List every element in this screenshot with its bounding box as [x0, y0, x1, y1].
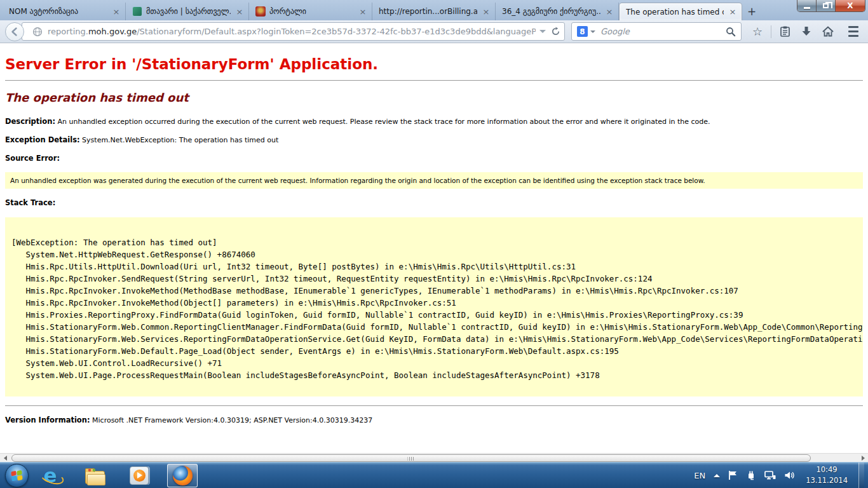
version-information-text: Microsoft .NET Framework Version:4.0.303… [92, 416, 372, 424]
internet-explorer-icon: e [43, 466, 57, 485]
search-icon[interactable] [726, 27, 736, 37]
scrollbar-grip [408, 457, 415, 461]
description-text: An unhandled exception occurred during t… [57, 118, 710, 126]
toolbar-buttons: ☆ [748, 22, 863, 41]
close-button[interactable]: X [836, 0, 865, 11]
restore-icon [823, 3, 829, 8]
tab-title: პორტალი [269, 7, 354, 16]
clock-date: 13.11.2014 [806, 476, 848, 485]
tab-close-icon[interactable]: × [358, 7, 368, 17]
reload-icon[interactable] [551, 27, 560, 36]
show-desktop-button[interactable] [858, 463, 864, 488]
tab-operation-timed-out[interactable]: The operation has timed out × [619, 3, 742, 20]
scroll-right-icon [862, 456, 865, 461]
shield-favicon-icon [132, 6, 142, 17]
downloads-button[interactable] [797, 22, 816, 41]
bookmark-star-button[interactable]: ☆ [748, 22, 767, 41]
google-engine-icon[interactable]: 8 [577, 26, 588, 37]
volume-button[interactable] [784, 470, 795, 480]
scroll-right-button[interactable] [858, 454, 868, 463]
home-button[interactable] [818, 22, 837, 41]
tab-portali[interactable]: პორტალი × [249, 3, 372, 20]
tab-close-icon[interactable]: × [481, 7, 491, 17]
menu-button[interactable] [844, 22, 863, 41]
close-icon: X [847, 1, 853, 10]
taskbar-clock[interactable]: 10:49 13.11.2014 [803, 464, 850, 485]
navigation-toolbar: reporting.moh.gov.ge/Stationaryform/Defa… [0, 20, 868, 43]
tab-title: მთავარი | საქართველ... [146, 7, 231, 16]
globe-icon [32, 27, 43, 37]
firefox-icon [173, 466, 193, 485]
power-plug-icon [746, 470, 756, 480]
minimize-button[interactable] [797, 0, 817, 11]
scrollbar-thumb[interactable] [11, 454, 811, 462]
tab-title: NOM ავტორიზაცია [9, 7, 107, 16]
scroll-left-button[interactable] [0, 454, 10, 463]
tab-nom-authorization[interactable]: NOM ავტორიზაცია × [3, 3, 126, 20]
tab-close-icon[interactable]: × [604, 7, 614, 17]
divider [5, 80, 863, 81]
asp-net-error-page: Server Error in '/StationaryForm' Applic… [0, 43, 868, 424]
tab-strip: NOM ავტორიზაცია × მთავარი | საქართველ...… [3, 3, 761, 20]
clipboard-icon [780, 26, 790, 37]
exception-details-text: System.Net.WebException: The operation h… [82, 136, 278, 144]
divider [5, 405, 863, 406]
browser-titlebar: NOM ავტორიზაცია × მთავარი | საქართველ...… [0, 0, 868, 20]
language-indicator[interactable]: EN [694, 471, 705, 480]
exception-details-row: Exception Details: System.Net.WebExcepti… [5, 135, 863, 144]
search-engine-dropdown-icon[interactable] [590, 30, 595, 33]
new-tab-button[interactable]: + [742, 3, 761, 20]
version-information-label: Version Information: [5, 416, 90, 424]
start-button[interactable] [5, 464, 29, 487]
browser-viewport: Server Error in '/StationaryForm' Applic… [0, 43, 868, 453]
clock-time: 10:49 [816, 465, 837, 474]
folder-icon [85, 471, 105, 484]
horizontal-scrollbar[interactable] [0, 453, 868, 462]
window-controls: X [797, 0, 865, 12]
source-error-label: Source Error: [5, 154, 60, 163]
url-dropdown-icon[interactable] [539, 30, 546, 33]
network-button[interactable] [764, 470, 776, 480]
restore-button[interactable] [817, 0, 836, 11]
tab-close-icon[interactable]: × [728, 7, 738, 17]
firefox-taskbar-button[interactable] [167, 464, 198, 487]
windows-flag-icon [11, 470, 24, 482]
windows-taskbar: e EN [0, 462, 868, 488]
network-icon [764, 470, 776, 480]
url-bar[interactable]: reporting.moh.gov.ge/Stationaryform/Defa… [22, 22, 565, 41]
scroll-left-icon [4, 456, 7, 461]
up-arrow-icon [714, 474, 720, 477]
show-hidden-icons-button[interactable] [714, 474, 720, 477]
source-error-text: An unhandled exception was generated dur… [10, 177, 705, 184]
flag-icon [728, 470, 738, 480]
system-tray: EN [694, 463, 868, 488]
exception-details-label: Exception Details: [5, 135, 80, 144]
source-error-row: Source Error: [5, 154, 863, 163]
bookmarks-menu-button[interactable] [775, 22, 794, 41]
version-information-row: Version Information: Microsoft .NET Fram… [5, 416, 863, 424]
internet-explorer-button[interactable]: e [37, 463, 63, 487]
tab-close-icon[interactable]: × [111, 7, 121, 17]
tab-close-icon[interactable]: × [234, 7, 245, 17]
tab-title: http://reportin...orBilling.aspx [379, 7, 477, 16]
speaker-icon [784, 470, 795, 480]
tab-36-4-surgery[interactable]: 36_4 გეგმიური ქირურგიუ... × [496, 3, 619, 20]
tab-reporting-billing[interactable]: http://reportin...orBilling.aspx × [372, 3, 496, 20]
media-player-icon [130, 466, 149, 485]
description-row: Description: An unhandled exception occu… [5, 117, 863, 126]
error-message-heading: The operation has timed out [5, 91, 863, 104]
search-bar[interactable]: 8 Google [571, 22, 742, 41]
tab-mtavari[interactable]: მთავარი | საქართველ... × [126, 3, 249, 20]
home-icon [822, 26, 834, 37]
emblem-favicon-icon [255, 6, 266, 17]
stack-trace-label: Stack Trace: [5, 198, 55, 207]
file-explorer-button[interactable] [82, 463, 107, 487]
media-player-button[interactable] [126, 463, 152, 487]
tab-title: The operation has timed out [626, 8, 724, 17]
error-page-title: Server Error in '/StationaryForm' Applic… [5, 56, 863, 72]
power-button[interactable] [746, 470, 756, 480]
stack-trace-row: Stack Trace: [5, 198, 863, 207]
action-center-button[interactable] [728, 470, 738, 480]
stack-trace-box: [WebException: The operation has timed o… [5, 217, 863, 396]
back-button[interactable] [5, 22, 24, 41]
